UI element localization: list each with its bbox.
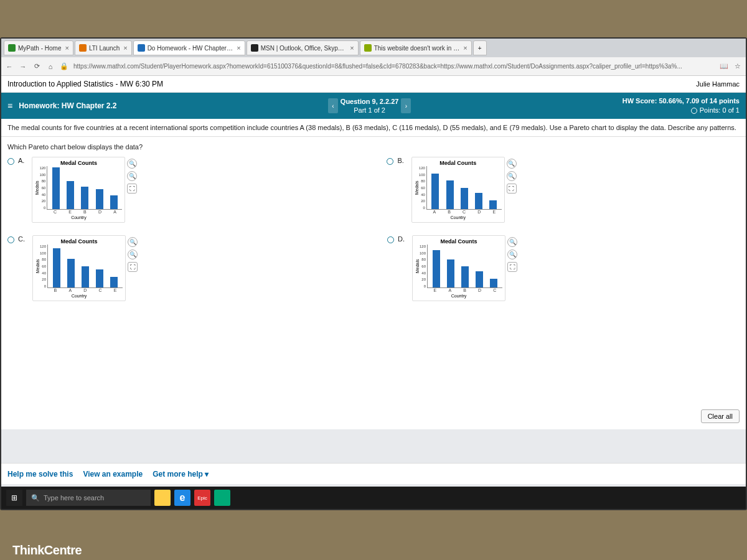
next-question-button[interactable]: ›	[401, 98, 411, 113]
tab-label: This website doesn't work in Int	[374, 45, 460, 52]
tab-close-icon[interactable]: ×	[463, 44, 467, 52]
monitor-brand: ThinkCentre	[12, 543, 82, 558]
expand-icon[interactable]: ⛶	[507, 262, 517, 272]
zoom-out-icon[interactable]: 🔍	[127, 171, 137, 181]
expand-icon[interactable]: ⛶	[507, 184, 517, 194]
tab-favicon-icon	[8, 44, 16, 52]
back-icon[interactable]: ←	[5, 63, 14, 70]
tab-close-icon[interactable]: ×	[65, 44, 68, 52]
reload-icon[interactable]: ⟳	[32, 62, 41, 70]
y-axis: 120100806040200	[420, 245, 427, 288]
chart-bar	[431, 174, 439, 210]
browser-tab[interactable]: LTI Launch ×	[75, 40, 132, 55]
answer-option-c[interactable]: C. Medal Counts Medals 120100806040200 B…	[7, 235, 126, 301]
y-tick-label: 20	[420, 278, 426, 281]
x-tick-label: A	[113, 210, 116, 214]
monitor-screen: MyPath - Home × LTI Launch × Do Homework…	[0, 37, 747, 510]
y-tick-label: 120	[40, 245, 46, 248]
zoom-out-icon[interactable]: 🔍	[128, 250, 138, 259]
x-tick-label: B	[83, 210, 87, 214]
option-label: C.	[18, 235, 25, 243]
taskbar-search[interactable]: 🔍 Type here to search	[26, 490, 151, 506]
y-tick-label: 120	[39, 166, 45, 170]
x-tick-label: D	[477, 210, 481, 214]
help-solve-link[interactable]: Help me solve this	[7, 470, 73, 478]
file-explorer-icon[interactable]	[154, 490, 171, 506]
chart-tools: 🔍 🔍 ⛶	[127, 159, 137, 194]
answer-option-d[interactable]: D. Medal Counts Medals 120100806040200 E…	[387, 235, 505, 301]
epic-icon[interactable]: Epic	[194, 490, 210, 506]
browser-tab[interactable]: MyPath - Home ×	[4, 40, 73, 55]
tab-close-icon[interactable]: ×	[237, 44, 240, 52]
x-axis: EABDC	[415, 288, 502, 292]
x-tick-label: D	[478, 288, 481, 292]
y-tick-label: 80	[419, 179, 425, 183]
option-radio[interactable]	[7, 236, 14, 243]
address-url[interactable]: https://www.mathxl.com/Student/PlayerHom…	[73, 63, 715, 70]
zoom-out-icon[interactable]: 🔍	[507, 250, 517, 259]
homework-title: Homework: HW Chapter 2.2	[19, 101, 116, 110]
x-tick-label: E	[114, 288, 117, 292]
x-tick-label: A	[448, 288, 451, 292]
edge-icon[interactable]: e	[174, 490, 190, 506]
option-radio[interactable]	[387, 158, 393, 165]
new-tab-button[interactable]: +	[473, 40, 487, 55]
plot-area	[427, 245, 502, 288]
clear-all-button[interactable]: Clear all	[701, 409, 740, 423]
answer-option-a[interactable]: A. Medal Counts Medals 120100806040200 C…	[7, 157, 125, 223]
chart-bar	[490, 279, 497, 287]
chart-bar	[489, 200, 497, 209]
windows-taskbar: ⊞ 🔍 Type here to search e Epic	[1, 487, 746, 509]
answer-option-b[interactable]: B. Medal Counts Medals 120100806040200 A…	[387, 157, 504, 223]
read-aloud-icon[interactable]: 📖	[720, 62, 728, 70]
chart-bar	[475, 193, 482, 209]
y-tick-label: 80	[420, 258, 426, 261]
expand-icon[interactable]: ⛶	[128, 262, 138, 272]
lock-icon: 🔒	[60, 62, 68, 70]
plot-area	[47, 166, 122, 210]
x-axis-label: Country	[35, 294, 123, 298]
zoom-in-icon[interactable]: 🔍	[507, 237, 517, 247]
plot-area	[47, 245, 123, 288]
browser-tab[interactable]: This website doesn't work in Int ×	[360, 40, 472, 55]
zoom-in-icon[interactable]: 🔍	[507, 159, 517, 169]
zoom-out-icon[interactable]: 🔍	[507, 171, 517, 181]
option-radio[interactable]	[387, 236, 394, 243]
browser-tab[interactable]: MSN | Outlook, Office, Skype, Bi ×	[247, 40, 359, 55]
tab-close-icon[interactable]: ×	[350, 44, 354, 52]
x-tick-label: B	[448, 210, 451, 214]
chart-bar	[461, 188, 468, 210]
chart-bar	[110, 277, 118, 287]
y-tick-label: 40	[419, 193, 425, 197]
app-icon[interactable]	[214, 490, 230, 506]
start-button[interactable]: ⊞	[6, 490, 22, 506]
x-tick-label: B	[463, 288, 466, 292]
home-icon[interactable]: ⌂	[46, 63, 55, 70]
tab-favicon-icon	[79, 44, 87, 52]
menu-icon[interactable]: ≡	[7, 101, 12, 111]
prev-question-button[interactable]: ‹	[328, 98, 338, 113]
question-indicator: Question 9, 2.2.27 Part 1 of 2	[341, 97, 399, 115]
chart-tools: 🔍 🔍 ⛶	[128, 237, 138, 272]
x-tick-label: C	[493, 288, 496, 292]
zoom-in-icon[interactable]: 🔍	[128, 237, 138, 247]
x-axis-label: Country	[415, 294, 502, 298]
zoom-in-icon[interactable]: 🔍	[127, 159, 137, 169]
favorite-icon[interactable]: ☆	[733, 62, 742, 70]
get-more-help-link[interactable]: Get more help ▾	[153, 470, 209, 478]
pareto-chart: Medal Counts Medals 120100806040200 EABD…	[412, 235, 505, 301]
browser-tab[interactable]: Do Homework - HW Chapter 2.2 ×	[133, 40, 245, 55]
tab-close-icon[interactable]: ×	[123, 44, 127, 52]
course-header: Introduction to Applied Statistics - MW …	[1, 76, 746, 93]
question-number: Question 9, 2.2.27	[341, 97, 399, 106]
y-tick-label: 20	[419, 199, 425, 203]
y-tick-label: 100	[420, 251, 426, 255]
forward-icon[interactable]: →	[19, 63, 27, 70]
homework-bar: ≡ Homework: HW Chapter 2.2 ‹ Question 9,…	[1, 93, 746, 119]
x-tick-label: A	[433, 210, 436, 214]
chart-bar	[461, 266, 469, 288]
x-tick-label: E	[68, 210, 72, 214]
view-example-link[interactable]: View an example	[83, 470, 143, 478]
expand-icon[interactable]: ⛶	[127, 184, 137, 194]
option-radio[interactable]	[7, 158, 14, 165]
